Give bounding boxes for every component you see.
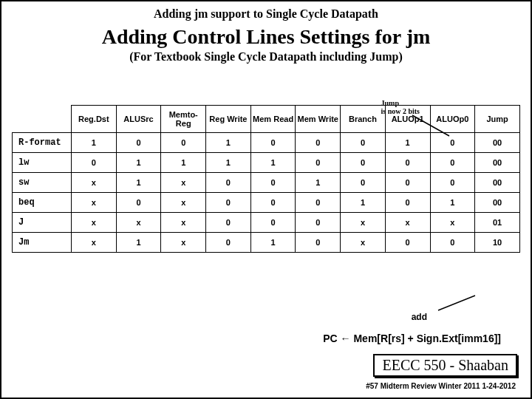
table-row: Jmx1x010x0010: [13, 233, 520, 253]
col-regdst: Reg.Dst: [72, 106, 117, 133]
add-arrow-icon: [434, 294, 479, 312]
col-memwrite: Mem Write: [296, 106, 341, 133]
col-jump: Jump: [475, 106, 520, 133]
cell: 1: [296, 173, 341, 193]
cell: x: [161, 213, 206, 233]
cell: x: [385, 213, 430, 233]
cell: x: [161, 233, 206, 253]
cell: 1: [116, 233, 161, 253]
col-memtoreg: Memto-Reg: [161, 106, 206, 133]
cell: 1: [250, 233, 296, 253]
cell: 00: [475, 173, 520, 193]
cell: x: [341, 213, 386, 233]
cell: 0: [385, 193, 430, 213]
cell: 0: [206, 213, 251, 233]
cell: 0: [161, 133, 206, 153]
cell: 1: [116, 173, 161, 193]
cell: 0: [385, 233, 430, 253]
main-title: Adding Control Lines Settings for jm: [12, 25, 520, 49]
cell: 0: [206, 173, 251, 193]
footer-line: #57 Midterm Review Winter 2011 1-24-2012: [366, 382, 516, 390]
jump-note: Jump is now 2 bits: [381, 99, 420, 115]
cell: 1: [430, 193, 475, 213]
cell: 00: [475, 193, 520, 213]
svg-line-1: [438, 296, 475, 310]
cell: 1: [341, 193, 386, 213]
subtitle: (For Textbook Single Cycle Datapath incl…: [12, 50, 520, 64]
table-row: swx1x00100000: [13, 173, 520, 193]
cell: 0: [116, 133, 161, 153]
cell: 0: [296, 133, 341, 153]
cell: 0: [341, 153, 386, 173]
col-branch: Branch: [341, 106, 386, 133]
cell: 1: [161, 153, 206, 173]
cell: 0: [296, 153, 341, 173]
cell: 0: [206, 193, 251, 213]
cell: 0: [385, 153, 430, 173]
cell: 0: [430, 173, 475, 193]
cell: 0: [250, 193, 296, 213]
cell: 1: [72, 133, 117, 153]
row-label: sw: [13, 173, 72, 193]
cell: 0: [250, 213, 296, 233]
cell: 0: [430, 233, 475, 253]
cell: 0: [250, 173, 296, 193]
col-regwrite: Reg Write: [206, 106, 251, 133]
cell: 0: [250, 133, 296, 153]
cell: x: [116, 213, 161, 233]
row-label: J: [13, 213, 72, 233]
row-label: lw: [13, 153, 72, 173]
cell: x: [72, 213, 117, 233]
cell: 00: [475, 133, 520, 153]
cell: 00: [475, 153, 520, 173]
cell: 0: [116, 193, 161, 213]
corner-cell: [13, 106, 72, 133]
row-label: Jm: [13, 233, 72, 253]
cell: 1: [116, 153, 161, 173]
cell: 0: [72, 153, 117, 173]
cell: 0: [296, 233, 341, 253]
svg-line-0: [412, 115, 449, 136]
cell: x: [161, 173, 206, 193]
cell: 0: [206, 233, 251, 253]
cell: 0: [341, 133, 386, 153]
pc-equation: PC ← Mem[R[rs] + Sign.Ext[imm16]]: [323, 332, 501, 344]
cell: 1: [206, 153, 251, 173]
cell: x: [430, 213, 475, 233]
cell: 1: [250, 153, 296, 173]
cell: x: [72, 173, 117, 193]
cell: 1: [206, 133, 251, 153]
cell: 10: [475, 233, 520, 253]
course-box: EECC 550 - Shaaban: [373, 354, 517, 377]
cell: 01: [475, 213, 520, 233]
cell: x: [341, 233, 386, 253]
table-row: beqx0x00010100: [13, 193, 520, 213]
cell: 0: [341, 173, 386, 193]
table-row: lw01111000000: [13, 153, 520, 173]
table-row: Jxxx000xxx01: [13, 213, 520, 233]
col-memread: Mem Read: [250, 106, 296, 133]
cell: 0: [296, 193, 341, 213]
add-label: add: [412, 312, 427, 322]
row-label: R-format: [13, 133, 72, 153]
cell: x: [161, 193, 206, 213]
cell: x: [72, 193, 117, 213]
cell: 0: [430, 153, 475, 173]
cell: x: [72, 233, 117, 253]
col-alusrc: ALUSrc: [116, 106, 161, 133]
row-label: beq: [13, 193, 72, 213]
cell: 0: [296, 213, 341, 233]
cell: 0: [385, 173, 430, 193]
note-arrow-icon: [409, 114, 453, 140]
top-caption: Adding jm support to Single Cycle Datapa…: [12, 7, 520, 21]
note-line1: Jump: [381, 99, 398, 107]
